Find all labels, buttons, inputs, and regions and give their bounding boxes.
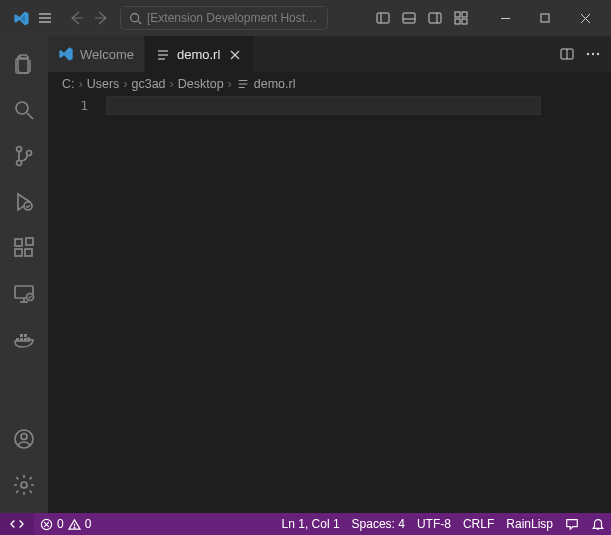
svg-rect-11 — [455, 12, 460, 17]
language-mode[interactable]: RainLisp — [500, 517, 559, 531]
crumb-c[interactable]: C: — [62, 77, 75, 91]
minimap[interactable] — [541, 96, 611, 513]
svg-point-50 — [592, 53, 594, 55]
warning-icon — [68, 518, 81, 531]
code-editor[interactable]: 1 — [48, 96, 611, 513]
search-icon — [129, 12, 142, 25]
svg-point-25 — [24, 202, 32, 210]
crumb-file[interactable]: demo.rl — [254, 77, 296, 91]
svg-line-4 — [138, 20, 141, 23]
docker-icon[interactable] — [0, 320, 48, 360]
crumb-users[interactable]: Users — [87, 77, 120, 91]
layout-customize-icon[interactable] — [449, 6, 473, 30]
svg-rect-26 — [15, 239, 22, 246]
nav-controls — [66, 7, 112, 29]
encoding[interactable]: UTF-8 — [411, 517, 457, 531]
tab-demo[interactable]: demo.rl — [145, 36, 255, 72]
main-area: Welcome demo.rl C: — [0, 36, 611, 513]
menu-icon[interactable] — [34, 7, 56, 29]
svg-point-49 — [587, 53, 589, 55]
vscode-small-icon — [58, 46, 74, 62]
svg-rect-13 — [455, 19, 460, 24]
layout-bottom-icon[interactable] — [397, 6, 421, 30]
svg-rect-28 — [25, 249, 32, 256]
window-minimize-button[interactable] — [485, 3, 525, 33]
titlebar-right — [371, 3, 605, 33]
chevron-right-icon: › — [170, 77, 174, 91]
svg-rect-16 — [541, 14, 549, 22]
search-sidebar-icon[interactable] — [0, 90, 48, 130]
tab-bar: Welcome demo.rl — [48, 36, 611, 72]
svg-point-23 — [17, 161, 22, 166]
tab-close-icon[interactable] — [226, 46, 244, 64]
layout-left-icon[interactable] — [371, 6, 395, 30]
accounts-icon[interactable] — [0, 419, 48, 459]
feedback-icon[interactable] — [559, 517, 585, 531]
command-center-search[interactable]: [Extension Development Host] Se... — [120, 6, 328, 30]
line-number-gutter: 1 — [48, 96, 106, 513]
svg-rect-5 — [377, 13, 389, 23]
eol[interactable]: CRLF — [457, 517, 500, 531]
vscode-logo-icon — [10, 7, 32, 29]
svg-rect-27 — [15, 249, 22, 256]
svg-point-59 — [74, 527, 75, 528]
chevron-right-icon: › — [79, 77, 83, 91]
svg-point-40 — [21, 434, 27, 440]
breadcrumb[interactable]: C: › Users › gc3ad › Desktop › demo.rl — [48, 72, 611, 96]
svg-point-3 — [131, 13, 139, 21]
svg-rect-9 — [429, 13, 441, 23]
notifications-icon[interactable] — [585, 517, 611, 531]
svg-rect-29 — [26, 238, 33, 245]
chevron-right-icon: › — [228, 77, 232, 91]
file-icon — [155, 47, 171, 63]
svg-rect-14 — [462, 19, 467, 24]
error-count: 0 — [57, 517, 64, 531]
chevron-right-icon: › — [123, 77, 127, 91]
tab-demo-label: demo.rl — [177, 47, 220, 62]
crumb-desktop[interactable]: Desktop — [178, 77, 224, 91]
split-editor-icon[interactable] — [555, 42, 579, 66]
svg-rect-7 — [403, 13, 415, 23]
editor-group: Welcome demo.rl C: — [48, 36, 611, 513]
window-close-button[interactable] — [565, 3, 605, 33]
tab-welcome-label: Welcome — [80, 47, 134, 62]
code-line-1[interactable] — [106, 96, 541, 115]
svg-point-20 — [16, 102, 28, 114]
svg-point-51 — [597, 53, 599, 55]
tab-welcome[interactable]: Welcome — [48, 36, 145, 72]
crumb-gc3ad[interactable]: gc3ad — [132, 77, 166, 91]
svg-point-41 — [21, 482, 27, 488]
status-bar: 0 0 Ln 1, Col 1 Spaces: 4 UTF-8 CRLF Rai… — [0, 513, 611, 535]
svg-rect-12 — [462, 12, 467, 17]
source-control-icon[interactable] — [0, 136, 48, 176]
more-actions-icon[interactable] — [581, 42, 605, 66]
window-maximize-button[interactable] — [525, 3, 565, 33]
layout-right-icon[interactable] — [423, 6, 447, 30]
run-debug-icon[interactable] — [0, 182, 48, 222]
nav-forward-icon[interactable] — [90, 7, 112, 29]
remote-explorer-icon[interactable] — [0, 274, 48, 314]
svg-line-21 — [27, 113, 33, 119]
problems-indicator[interactable]: 0 0 — [34, 513, 97, 535]
editor-actions — [555, 36, 611, 72]
svg-point-22 — [17, 147, 22, 152]
extensions-icon[interactable] — [0, 228, 48, 268]
svg-rect-37 — [20, 334, 23, 337]
error-icon — [40, 518, 53, 531]
explorer-icon[interactable] — [0, 44, 48, 84]
title-bar: [Extension Development Host] Se... — [0, 0, 611, 36]
search-placeholder: [Extension Development Host] Se... — [147, 11, 319, 25]
svg-point-24 — [27, 151, 32, 156]
warning-count: 0 — [85, 517, 92, 531]
activity-bar — [0, 36, 48, 513]
settings-gear-icon[interactable] — [0, 465, 48, 505]
cursor-position[interactable]: Ln 1, Col 1 — [276, 517, 346, 531]
code-content[interactable] — [106, 96, 541, 513]
remote-indicator[interactable] — [0, 513, 34, 535]
indentation[interactable]: Spaces: 4 — [346, 517, 411, 531]
window-controls — [485, 3, 605, 33]
file-small-icon — [236, 77, 250, 91]
svg-rect-38 — [24, 334, 27, 337]
line-number-1: 1 — [48, 96, 88, 115]
nav-back-icon[interactable] — [66, 7, 88, 29]
